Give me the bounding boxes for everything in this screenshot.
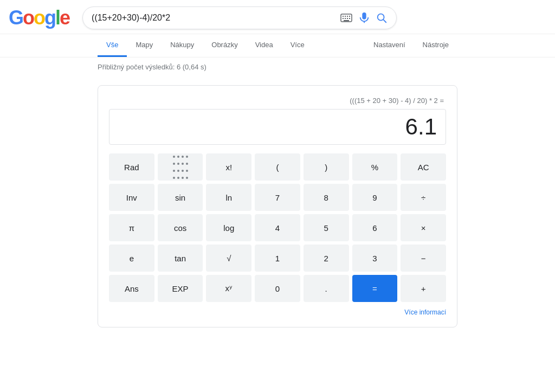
nav-right: Nastavení Nástroje [365, 34, 457, 57]
inv-key[interactable]: Inv [109, 184, 154, 211]
calculator: (((15 + 20 + 30) - 4) / 20) * 2 = 6.1 Ra… [98, 85, 457, 327]
svg-line-11 [383, 20, 386, 22]
svg-rect-3 [347, 16, 348, 17]
exp-key[interactable]: EXP [158, 275, 203, 302]
divide-key[interactable]: ÷ [401, 184, 446, 211]
tab-nastroje[interactable]: Nástroje [414, 34, 457, 57]
tab-nastaveni[interactable]: Nastavení [365, 34, 414, 57]
six-key[interactable]: 6 [352, 214, 398, 241]
two-key[interactable]: 2 [304, 245, 349, 272]
minus-key[interactable]: − [401, 245, 446, 272]
one-key[interactable]: 1 [255, 245, 300, 272]
svg-rect-5 [343, 18, 344, 19]
seven-key[interactable]: 7 [255, 184, 300, 211]
svg-rect-9 [344, 20, 349, 21]
sqrt-key[interactable]: √ [206, 245, 251, 272]
cos-key[interactable]: cos [158, 214, 203, 241]
microphone-icon[interactable] [358, 12, 370, 24]
eight-key[interactable]: 8 [304, 184, 349, 211]
tab-vse[interactable]: Vše [98, 34, 127, 57]
tab-nakupy[interactable]: Nákupy [162, 34, 203, 57]
svg-rect-2 [345, 16, 346, 17]
calc-expression: (((15 + 20 + 30) - 4) / 20) * 2 = [109, 97, 446, 105]
pi-key[interactable]: π [109, 214, 154, 241]
tab-obrazky[interactable]: Obrázky [203, 34, 246, 57]
open-paren-key[interactable]: ( [255, 153, 300, 181]
search-input[interactable] [92, 13, 334, 23]
decimal-key[interactable]: . [304, 275, 349, 302]
tan-key[interactable]: tan [158, 245, 203, 272]
calc-result: 6.1 [109, 109, 446, 145]
svg-rect-7 [347, 18, 348, 19]
grid-key[interactable] [158, 153, 203, 181]
keypad: Radx!()%ACInvsinln789÷πcoslog456×etan√12… [109, 153, 446, 302]
google-logo: Google [9, 7, 69, 29]
tab-vice[interactable]: Více [282, 34, 313, 57]
ln-key[interactable]: ln [206, 184, 251, 211]
tab-mapy[interactable]: Mapy [127, 34, 162, 57]
svg-rect-8 [349, 18, 350, 19]
svg-rect-4 [349, 16, 350, 17]
results-info: Přibližný počet výsledků: 6 (0,64 s) [0, 57, 555, 76]
plus-key[interactable]: + [401, 275, 446, 302]
euler-key[interactable]: e [109, 245, 154, 272]
keyboard-icon[interactable] [340, 11, 353, 24]
zero-key[interactable]: 0 [255, 275, 300, 302]
five-key[interactable]: 5 [304, 214, 349, 241]
percent-key[interactable]: % [352, 153, 398, 181]
calc-footer-link[interactable]: Více informací [109, 309, 446, 316]
log-key[interactable]: log [206, 214, 251, 241]
power-key[interactable]: xʸ [206, 275, 251, 302]
factorial-key[interactable]: x! [206, 153, 251, 181]
ac-key[interactable]: AC [401, 153, 446, 181]
ans-key[interactable]: Ans [109, 275, 154, 302]
search-icon[interactable] [376, 12, 388, 24]
search-bar [82, 7, 397, 29]
header: Google [0, 0, 555, 34]
equals-key[interactable]: = [352, 275, 398, 302]
tab-videa[interactable]: Videa [247, 34, 282, 57]
four-key[interactable]: 4 [255, 214, 300, 241]
three-key[interactable]: 3 [352, 245, 398, 272]
sin-key[interactable]: sin [158, 184, 203, 211]
nine-key[interactable]: 9 [352, 184, 398, 211]
rad-key[interactable]: Rad [109, 153, 154, 181]
search-icons [340, 11, 388, 24]
svg-rect-1 [343, 16, 344, 17]
close-paren-key[interactable]: ) [304, 153, 349, 181]
multiply-key[interactable]: × [401, 214, 446, 241]
nav-tabs: Vše Mapy Nákupy Obrázky Videa Více Nasta… [0, 34, 555, 57]
svg-rect-6 [345, 18, 346, 19]
